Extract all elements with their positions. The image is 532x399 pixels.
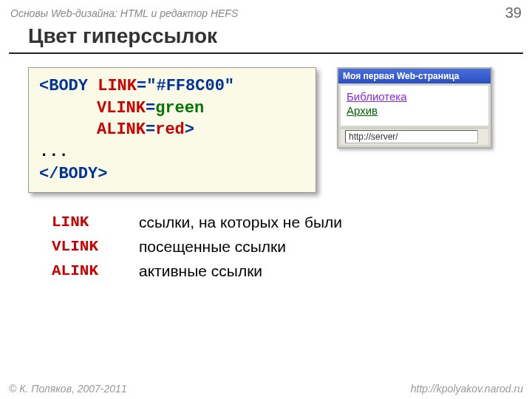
definitions-list: LINK ссылки, на которых не были VLINK по…: [0, 193, 532, 283]
footer-copyright: © К. Поляков, 2007-2011: [9, 383, 127, 395]
browser-title: Моя первая Web-страница: [343, 71, 459, 81]
browser-statusbar: http://server/: [341, 128, 488, 145]
header-subtitle: Основы Web-дизайна: HTML и редактор HEFS: [10, 7, 238, 19]
mini-browser-preview: Моя первая Web-страница Библиотека Архив…: [337, 67, 492, 149]
browser-link-active[interactable]: Архив: [347, 104, 482, 117]
browser-status-text: http://server/: [345, 130, 478, 143]
page-number: 39: [505, 4, 522, 21]
definition-desc: посещенные ссылки: [139, 235, 286, 259]
slide-header: Основы Web-дизайна: HTML и редактор HEFS…: [0, 0, 532, 23]
definition-row: VLINK посещенные ссылки: [52, 235, 532, 259]
browser-link-visited[interactable]: Библиотека: [347, 90, 482, 103]
title-divider: [9, 52, 523, 54]
definition-desc: активные ссылки: [139, 259, 262, 284]
browser-titlebar: Моя первая Web-страница: [338, 69, 491, 83]
slide-footer: © К. Поляков, 2007-2011 http://kpolyakov…: [9, 383, 523, 395]
code-example: <BODY LINK="#FF8C00" VLINK=green ALINK=r…: [28, 67, 316, 193]
definition-term: LINK: [52, 211, 118, 235]
definition-term: VLINK: [52, 235, 118, 259]
content-row: <BODY LINK="#FF8C00" VLINK=green ALINK=r…: [0, 67, 532, 193]
definition-term: ALINK: [52, 259, 118, 284]
definition-row: LINK ссылки, на которых не были: [52, 211, 532, 235]
definition-desc: ссылки, на которых не были: [139, 211, 342, 235]
browser-body: Библиотека Архив: [341, 86, 488, 126]
definition-row: ALINK активные ссылки: [52, 259, 532, 284]
footer-url: http://kpolyakov.narod.ru: [411, 383, 523, 395]
slide-title: Цвет гиперссылок: [0, 23, 532, 52]
